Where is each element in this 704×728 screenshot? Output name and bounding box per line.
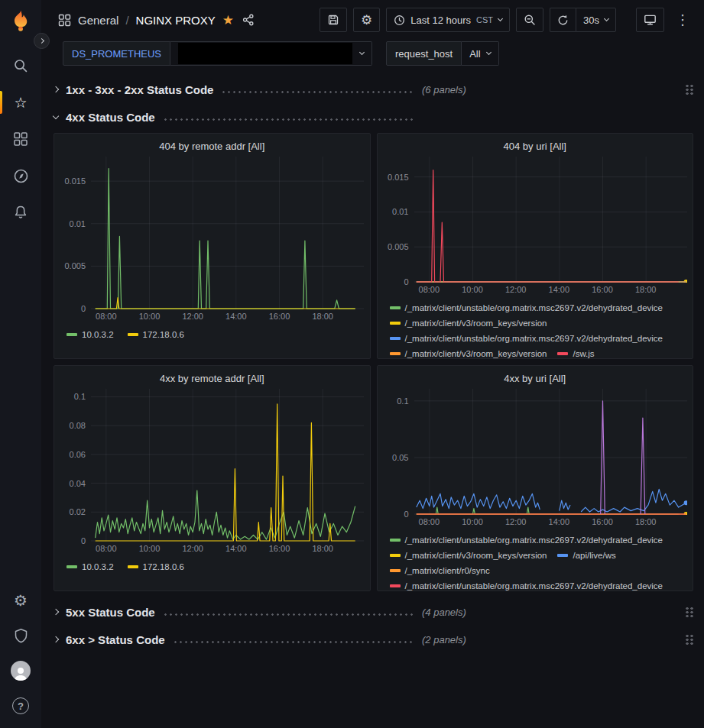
refresh-interval-label: 30s — [583, 15, 599, 26]
legend-item[interactable]: /_matrix/client/unstable/org.matrix.msc2… — [390, 300, 663, 315]
chevron-down-icon — [53, 112, 59, 118]
navbar: General / NGINX PROXY ★ — [41, 0, 704, 40]
legend-item[interactable]: /_matrix/client/v3/room_keys/version — [390, 315, 547, 331]
chart-svg — [414, 157, 687, 283]
sidebar-item-configuration[interactable]: ⚙ — [0, 583, 41, 618]
datasource-variable-value[interactable] — [170, 41, 372, 66]
legend-item[interactable]: /sw.js — [557, 346, 594, 359]
legend-item[interactable]: /_matrix/client/r0/sync — [390, 563, 490, 578]
breadcrumb-folder[interactable]: General — [78, 14, 118, 27]
x-axis: 08:0010:0012:0014:0016:0018:00 — [91, 542, 364, 555]
row-panel-count: (4 panels) — [422, 607, 466, 618]
chart-body: 00.020.040.060.080.108:0010:0012:0014:00… — [60, 389, 364, 555]
x-axis-label: 08:00 — [419, 285, 440, 294]
dashboard-title[interactable]: NGINX PROXY — [136, 14, 216, 27]
sidebar-item-search[interactable] — [0, 47, 41, 84]
legend-series-marker — [557, 352, 568, 355]
sidebar-expand-button[interactable] — [34, 33, 50, 49]
x-axis-label: 18:00 — [635, 517, 657, 526]
chevron-down-icon — [486, 50, 492, 55]
row-drag-handle[interactable] — [685, 84, 693, 95]
y-axis-label: 0.05 — [392, 453, 408, 462]
legend-series-label: /sw.js — [573, 349, 594, 358]
y-axis-label: 0.1 — [74, 392, 86, 401]
chevron-right-icon — [39, 38, 44, 44]
avatar — [11, 661, 31, 681]
grafana-logo[interactable] — [6, 6, 35, 35]
sidebar-item-profile[interactable] — [0, 653, 41, 688]
bell-icon — [13, 205, 28, 220]
request-host-variable-value[interactable]: All — [462, 41, 498, 66]
row-6xx[interactable]: 6xx > Status Code (2 panels) — [54, 628, 693, 651]
row-4xx[interactable]: 4xx Status Code — [54, 105, 693, 128]
legend-item[interactable]: 10.0.3.2 — [67, 327, 114, 342]
legend-series-label: /_matrix/client/unstable/org.matrix.msc2… — [405, 535, 663, 545]
tv-mode-button[interactable] — [636, 8, 664, 32]
shield-icon — [14, 628, 28, 643]
sidebar-item-help[interactable]: ? — [0, 688, 41, 723]
chevron-right-icon — [53, 636, 59, 642]
y-axis-label: 0 — [404, 277, 408, 286]
apps-grid-icon — [58, 14, 71, 27]
sidebar-item-starred[interactable]: ☆ — [0, 84, 41, 121]
legend-item[interactable]: /_matrix/client/v3/room_keys/version — [390, 346, 547, 359]
sidebar-item-explore[interactable] — [0, 157, 41, 194]
sidebar-item-server-admin[interactable] — [0, 618, 41, 653]
legend-series-label: 172.18.0.6 — [143, 562, 184, 571]
sidebar-item-dashboards[interactable] — [0, 121, 41, 157]
legend-series-label: /api/live/ws — [573, 551, 615, 560]
legend-item[interactable]: 172.18.0.6 — [128, 559, 184, 574]
legend-series-marker — [67, 333, 77, 336]
legend-series-marker — [390, 352, 401, 355]
legend-item[interactable]: /_matrix/client/v3/room_keys/version — [390, 548, 547, 563]
row-title: 6xx > Status Code — [66, 633, 165, 646]
legend-series-marker — [557, 554, 568, 557]
chart-body: 00.050.108:0010:0012:0014:0016:0018:00 — [384, 389, 687, 529]
sidebar-item-alerting[interactable] — [0, 194, 41, 231]
x-axis: 08:0010:0012:0014:0016:0018:00 — [414, 283, 687, 296]
sidebar-bottom: ⚙ ? — [0, 583, 41, 728]
x-axis-label: 16:00 — [592, 285, 613, 294]
save-icon — [327, 14, 339, 26]
star-icon: ☆ — [14, 95, 27, 110]
chart-svg — [91, 389, 364, 542]
x-axis-label: 12:00 — [505, 517, 527, 526]
favorite-star-icon[interactable]: ★ — [222, 14, 234, 27]
x-axis-label: 10:00 — [139, 312, 161, 321]
compass-icon — [13, 168, 29, 184]
legend-item[interactable]: /_matrix/client/unstable/org.matrix.msc2… — [390, 578, 663, 591]
row-drag-handle[interactable] — [685, 634, 693, 645]
refresh-interval-dropdown[interactable]: 30s — [576, 8, 616, 32]
more-options-kebab[interactable]: ⋮ — [670, 8, 695, 32]
panel-title[interactable]: 4xx by uri [All] — [384, 370, 687, 389]
save-dashboard-button[interactable] — [320, 8, 347, 32]
legend-item[interactable]: 10.0.3.2 — [67, 559, 114, 574]
panel-title[interactable]: 404 by remote addr [All] — [60, 138, 364, 157]
x-axis-label: 08:00 — [96, 544, 117, 553]
zoom-out-button[interactable] — [516, 8, 543, 32]
legend-item[interactable]: /api/live/ws — [557, 548, 615, 563]
y-axis-label: 0.02 — [70, 507, 86, 516]
legend-item[interactable]: 172.18.0.6 — [128, 327, 184, 342]
legend-series-marker — [390, 569, 401, 572]
row-5xx[interactable]: 5xx Status Code (4 panels) — [54, 600, 693, 623]
time-range-label: Last 12 hours — [410, 15, 471, 26]
legend-series-marker — [390, 337, 401, 340]
legend-item[interactable]: /_matrix/client/unstable/org.matrix.msc2… — [390, 532, 663, 548]
axis-corner — [384, 283, 414, 296]
x-axis-label: 14:00 — [549, 285, 570, 294]
x-axis-label: 08:00 — [96, 312, 117, 321]
time-range-picker[interactable]: Last 12 hours CST — [386, 8, 510, 32]
legend-item[interactable]: /_matrix/client/unstable/org.matrix.msc2… — [390, 331, 663, 346]
refresh-button[interactable] — [550, 8, 576, 32]
share-icon[interactable] — [242, 14, 255, 26]
panel-title[interactable]: 404 by uri [All] — [384, 138, 687, 157]
row-1xx-3xx-2xx[interactable]: 1xx - 3xx - 2xx Status Code (6 panels) — [54, 78, 693, 101]
dashboard-settings-button[interactable]: ⚙ — [353, 8, 380, 32]
plot-area — [414, 389, 687, 515]
refresh-icon — [557, 15, 569, 26]
panel-title[interactable]: 4xx by remote addr [All] — [60, 370, 364, 389]
chart-svg — [91, 157, 364, 309]
row-drag-handle[interactable] — [685, 607, 693, 618]
panel-2: 404 by uri [All]00.0050.010.01508:0010:0… — [377, 133, 694, 359]
